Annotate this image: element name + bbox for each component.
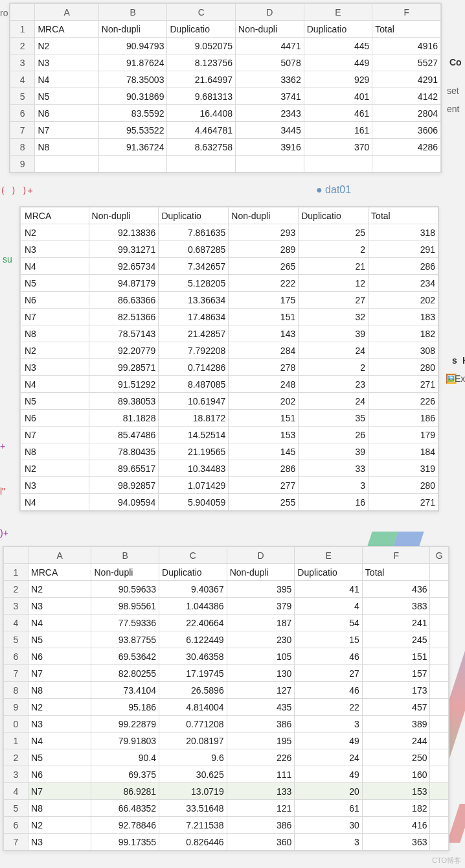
row-header[interactable]: 1 [10,21,35,38]
cell[interactable]: 226 [227,749,295,766]
row-header[interactable]: 7 [10,122,35,139]
cell[interactable]: 226 [369,393,438,410]
cell[interactable]: 435 [227,699,295,716]
cell[interactable]: Non-dupli [98,21,167,38]
table-row[interactable]: N681.182818.817215135186 [21,410,438,427]
cell[interactable]: 401 [304,88,372,105]
cell[interactable]: 91.36724 [98,139,167,156]
cell[interactable]: 49 [295,733,363,749]
cell[interactable]: 160 [362,766,430,783]
cell[interactable] [430,615,449,631]
cell[interactable]: 85.47486 [89,427,159,443]
cell[interactable]: 4142 [372,88,441,105]
cell[interactable]: 2 [299,359,369,376]
row-header[interactable]: 4 [4,615,28,631]
col-header-D[interactable]: D [236,4,304,21]
cell[interactable]: 3445 [236,122,304,139]
cell[interactable]: 308 [369,342,438,359]
row-header[interactable]: 2 [10,38,35,54]
cell[interactable]: N2 [28,581,91,598]
cell[interactable]: 0.771208 [159,716,227,733]
cell[interactable]: 90.94793 [98,38,167,54]
cell[interactable]: 17.48634 [159,309,229,325]
cell[interactable]: 157 [362,665,430,682]
cell[interactable]: 93.87755 [91,631,159,648]
table-row[interactable]: N292.138367.86163529325318 [21,224,438,241]
cell[interactable]: 9.40367 [159,581,227,598]
cell[interactable]: 153 [229,427,299,443]
cell[interactable]: 245 [362,631,430,648]
cell[interactable]: 4.814004 [159,699,227,716]
cell[interactable]: 15 [295,631,363,648]
cell[interactable]: 271 [369,376,438,393]
cell[interactable]: N8 [35,139,98,156]
cell[interactable]: 94.87179 [89,275,159,292]
col-header-F[interactable]: F [372,4,441,21]
cell[interactable]: 92.13836 [89,224,159,241]
cell[interactable]: 127 [227,682,295,699]
cell[interactable]: 244 [362,733,430,749]
cell[interactable]: 99.17355 [91,834,159,850]
cell[interactable]: Total [372,21,441,38]
cell[interactable]: 187 [227,615,295,631]
cell[interactable]: 379 [227,598,295,615]
cell[interactable]: N3 [28,716,91,733]
cell[interactable]: N7 [28,783,91,800]
cell[interactable]: 90.4 [91,749,159,766]
cell[interactable]: N3 [21,241,89,258]
cell[interactable]: 284 [229,342,299,359]
cell[interactable]: 39 [299,325,369,342]
cell[interactable]: 186 [369,410,438,427]
row-header[interactable]: 0 [4,716,28,733]
table-row[interactable]: 7N399.173550.8264463603363 [4,834,449,850]
col-header-B[interactable]: B [98,4,167,21]
table-row[interactable]: N399.312710.6872852892291 [21,241,438,258]
cell[interactable]: 66.48352 [91,800,159,817]
cell[interactable]: N8 [28,800,91,817]
table-row[interactable]: N686.6336613.3663417527202 [21,292,438,309]
cell[interactable]: N7 [21,309,89,325]
table-row[interactable]: N492.657347.34265726521286 [21,258,438,275]
cell[interactable]: N3 [35,54,98,71]
cell[interactable] [430,648,449,665]
cell[interactable]: 27 [295,665,363,682]
cell[interactable]: 46 [295,648,363,665]
cell[interactable]: N6 [28,766,91,783]
cell[interactable]: 929 [304,71,372,88]
cell[interactable]: 8.123756 [167,54,236,71]
cell[interactable]: 461 [304,105,372,122]
row-header[interactable]: 3 [10,54,35,71]
cell[interactable]: 82.51366 [89,309,159,325]
row-header[interactable]: 5 [4,631,28,648]
row-header[interactable]: 6 [4,648,28,665]
cell[interactable]: 445 [304,38,372,54]
cell[interactable]: 278 [229,359,299,376]
cell[interactable]: Duplicatio [299,207,369,224]
cell[interactable]: 121 [227,800,295,817]
cell[interactable]: 49 [295,766,363,783]
cell[interactable]: Duplicatio [304,21,372,38]
row-header[interactable]: 9 [4,699,28,716]
cell[interactable]: 9.052075 [167,38,236,54]
cell[interactable]: 2 [299,241,369,258]
row-header[interactable]: 1 [4,564,28,581]
cell[interactable]: MRCA [21,207,89,224]
cell[interactable]: N4 [28,615,91,631]
table-row[interactable]: 4N478.3500321.6499733629294291 [10,71,441,88]
cell[interactable]: 13.36634 [159,292,229,309]
table-row[interactable]: 5N590.318699.68131337414014142 [10,88,441,105]
cell[interactable]: N6 [21,410,89,427]
cell[interactable] [430,682,449,699]
cell[interactable]: N4 [28,733,91,749]
cell[interactable]: 255 [229,494,299,511]
cell[interactable]: 16 [299,494,369,511]
cell[interactable]: N8 [21,443,89,460]
cell[interactable]: N2 [28,817,91,834]
cell[interactable]: 39 [299,443,369,460]
cell[interactable]: 21.42857 [159,325,229,342]
cell[interactable]: 99.28571 [89,359,159,376]
cell[interactable]: 14.52514 [159,427,229,443]
cell[interactable]: N5 [35,88,98,105]
table-row[interactable]: N782.5136617.4863415132183 [21,309,438,325]
cell[interactable]: 105 [227,648,295,665]
